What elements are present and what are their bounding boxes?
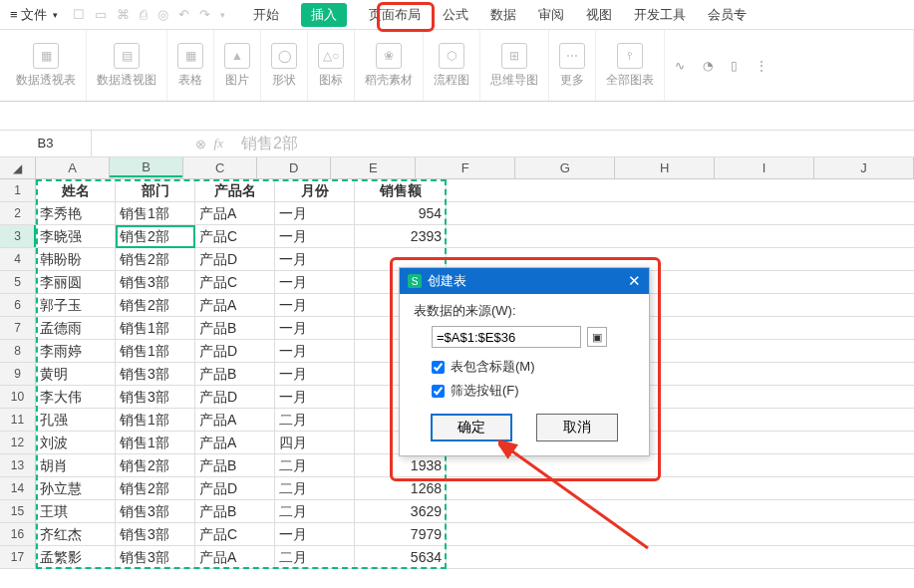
preview-icon[interactable]: ◎ bbox=[157, 7, 168, 22]
cell[interactable]: 胡肖 bbox=[36, 454, 116, 476]
filter-button-input[interactable] bbox=[432, 385, 445, 398]
row-header[interactable]: 13 bbox=[0, 454, 36, 476]
cell[interactable]: 产品B bbox=[195, 363, 275, 385]
cell[interactable]: 一月 bbox=[275, 225, 355, 247]
cell[interactable]: 一月 bbox=[275, 248, 355, 270]
header-cell[interactable]: 月份 bbox=[275, 179, 355, 201]
cell[interactable]: 一月 bbox=[275, 294, 355, 316]
tab-data[interactable]: 数据 bbox=[490, 6, 516, 24]
cell[interactable]: 一月 bbox=[275, 363, 355, 385]
cell[interactable]: 孟德雨 bbox=[36, 317, 116, 339]
col-F[interactable]: F bbox=[416, 157, 515, 178]
name-box[interactable]: B3 bbox=[0, 131, 92, 156]
ribbon-pictures[interactable]: ▲图片 bbox=[214, 30, 261, 101]
dialog-titlebar[interactable]: S 创建表 ✕ bbox=[400, 268, 649, 294]
cell[interactable]: 一月 bbox=[275, 340, 355, 362]
cell[interactable]: 产品A bbox=[195, 202, 275, 224]
cell[interactable]: 产品D bbox=[195, 477, 275, 499]
cell[interactable]: 销售1部 bbox=[116, 432, 195, 453]
save-icon[interactable]: ⌘ bbox=[117, 7, 130, 22]
cell[interactable]: 3629 bbox=[355, 500, 447, 522]
cell[interactable]: 二月 bbox=[275, 477, 355, 499]
ribbon-flowchart[interactable]: ⬡流程图 bbox=[424, 30, 480, 101]
cell[interactable]: 黄明 bbox=[36, 363, 116, 385]
cell[interactable]: 刘波 bbox=[36, 432, 116, 453]
cell[interactable]: 销售3部 bbox=[116, 386, 195, 408]
row-header[interactable]: 10 bbox=[0, 386, 36, 408]
header-cell[interactable]: 产品名 bbox=[195, 179, 275, 201]
ribbon-icons[interactable]: △○图标 bbox=[308, 30, 355, 101]
cell[interactable]: 销售3部 bbox=[116, 546, 195, 568]
row-header[interactable]: 3 bbox=[0, 225, 36, 247]
cell[interactable]: 韩盼盼 bbox=[36, 248, 116, 270]
tab-page-layout[interactable]: 页面布局 bbox=[369, 6, 421, 24]
ribbon-mindmap[interactable]: ⊞思维导图 bbox=[480, 30, 549, 101]
cell[interactable]: 1938 bbox=[355, 454, 447, 476]
fx-icon[interactable]: fx bbox=[214, 136, 223, 151]
cell[interactable]: 王琪 bbox=[36, 500, 116, 522]
cell[interactable]: 李丽圆 bbox=[36, 271, 116, 293]
tab-start[interactable]: 开始 bbox=[253, 6, 279, 24]
cell[interactable]: 销售2部 bbox=[116, 294, 195, 316]
cell[interactable]: 孔强 bbox=[36, 409, 116, 431]
filter-button-checkbox[interactable]: 筛选按钮(F) bbox=[432, 382, 635, 400]
tab-review[interactable]: 审阅 bbox=[538, 6, 564, 24]
cell[interactable]: 产品B bbox=[195, 317, 275, 339]
cell[interactable]: 销售3部 bbox=[116, 500, 195, 522]
ribbon-docer[interactable]: ❀稻壳素材 bbox=[355, 30, 424, 101]
row-header[interactable]: 2 bbox=[0, 202, 36, 224]
cell[interactable]: 销售2部 bbox=[116, 225, 195, 247]
select-all-corner[interactable]: ◢ bbox=[0, 157, 36, 178]
tab-view[interactable]: 视图 bbox=[586, 6, 612, 24]
cell[interactable]: 李秀艳 bbox=[36, 202, 116, 224]
cell[interactable]: 二月 bbox=[275, 546, 355, 568]
bar-icon[interactable]: ▯ bbox=[731, 59, 738, 73]
col-E[interactable]: E bbox=[331, 157, 416, 178]
cell[interactable]: 销售1部 bbox=[116, 202, 195, 224]
cancel-icon[interactable]: ⊗ bbox=[195, 137, 206, 151]
cell[interactable]: 一月 bbox=[275, 386, 355, 408]
row-header[interactable]: 5 bbox=[0, 271, 36, 293]
cell[interactable]: 二月 bbox=[275, 500, 355, 522]
row-header[interactable]: 11 bbox=[0, 409, 36, 431]
source-range-input[interactable] bbox=[432, 326, 581, 348]
ribbon-table[interactable]: ▦表格 bbox=[167, 30, 214, 101]
has-headers-input[interactable] bbox=[432, 361, 445, 374]
ribbon-pivottable[interactable]: ▦数据透视表 bbox=[6, 30, 87, 101]
row-header[interactable]: 14 bbox=[0, 477, 36, 499]
cell[interactable]: 一月 bbox=[275, 317, 355, 339]
row-header[interactable]: 4 bbox=[0, 248, 36, 270]
row-header[interactable]: 17 bbox=[0, 546, 36, 568]
col-A[interactable]: A bbox=[36, 157, 110, 178]
col-H[interactable]: H bbox=[615, 157, 715, 178]
cell[interactable]: 一月 bbox=[275, 271, 355, 293]
cell[interactable]: 2393 bbox=[355, 225, 447, 247]
cell[interactable]: 5634 bbox=[355, 546, 447, 568]
cell[interactable]: 销售3部 bbox=[116, 523, 195, 545]
close-icon[interactable]: ✕ bbox=[628, 272, 641, 290]
cell[interactable]: 销售2部 bbox=[116, 248, 195, 270]
cell[interactable]: 齐红杰 bbox=[36, 523, 116, 545]
cell[interactable]: 954 bbox=[355, 202, 447, 224]
col-I[interactable]: I bbox=[715, 157, 814, 178]
curve-icon[interactable]: ∿ bbox=[675, 59, 685, 73]
row-header[interactable]: 1 bbox=[0, 179, 36, 201]
cell[interactable]: 一月 bbox=[275, 202, 355, 224]
cell[interactable]: 二月 bbox=[275, 454, 355, 476]
cancel-button[interactable]: 取消 bbox=[536, 414, 618, 441]
cell[interactable]: 销售1部 bbox=[116, 409, 195, 431]
col-B[interactable]: B bbox=[110, 157, 183, 178]
row-header[interactable]: 9 bbox=[0, 363, 36, 385]
cell[interactable]: 产品A bbox=[195, 409, 275, 431]
header-cell[interactable]: 部门 bbox=[116, 179, 195, 201]
ribbon-misc-charts[interactable]: ∿ ◔ ▯ ⋮ bbox=[665, 30, 914, 101]
ok-button[interactable]: 确定 bbox=[431, 414, 512, 441]
cell[interactable]: 产品A bbox=[195, 546, 275, 568]
chevron-down-icon[interactable]: ▾ bbox=[220, 10, 225, 20]
redo-icon[interactable]: ↷ bbox=[199, 7, 210, 22]
cell[interactable]: 销售3部 bbox=[116, 271, 195, 293]
new-icon[interactable]: ☐ bbox=[73, 7, 85, 22]
row-header[interactable]: 15 bbox=[0, 500, 36, 522]
cell[interactable]: 四月 bbox=[275, 432, 355, 453]
cell[interactable]: 产品B bbox=[195, 500, 275, 522]
